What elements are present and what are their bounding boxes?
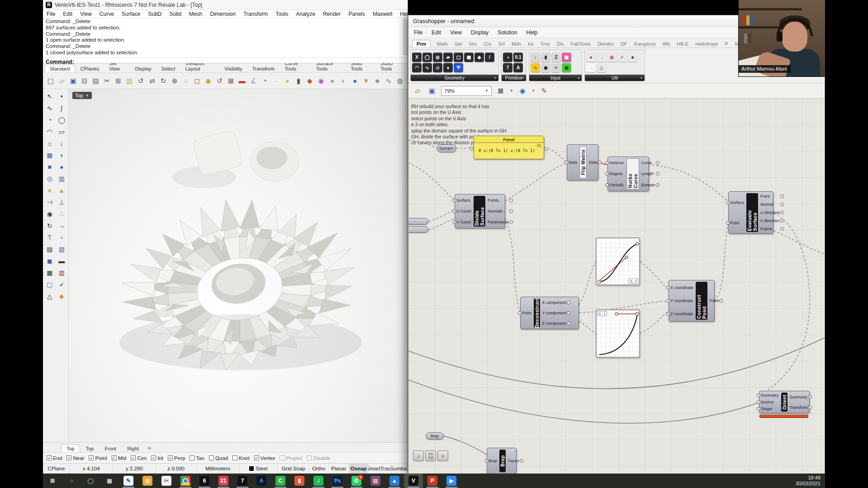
rendered-icon[interactable]: ●: [350, 76, 360, 86]
cut-icon[interactable]: ✂: [102, 76, 112, 86]
properties-icon[interactable]: ▤: [91, 76, 101, 86]
toggle-icon[interactable]: ▮: [541, 52, 550, 62]
viewport-tab-front-2[interactable]: Front: [100, 445, 122, 452]
gh-tab-fabtools[interactable]: FabTools: [569, 40, 592, 47]
osnap-mid[interactable]: ✓Mid: [112, 455, 127, 461]
checkbox-quad[interactable]: [209, 455, 214, 460]
save-icon[interactable]: ▣: [68, 76, 78, 86]
status-smarttrack[interactable]: SmartTrack: [368, 464, 392, 474]
onenote-icon[interactable]: ✎: [119, 474, 138, 488]
copy-icon[interactable]: ⊞: [113, 76, 123, 86]
node-deconstruct-brep[interactable]: Brep Brep Faces: [487, 448, 517, 474]
file-explorer-icon[interactable]: ▤: [138, 474, 157, 488]
range-widget[interactable]: 0.01.0: [425, 450, 436, 461]
viewport-label-chip[interactable]: Top ▼: [72, 92, 92, 99]
pan-icon[interactable]: ⇄: [147, 76, 157, 86]
select-icon[interactable]: ↖: [44, 90, 56, 102]
osnap-quad[interactable]: Quad: [209, 455, 228, 461]
gh-tab-kangaroo[interactable]: Kangaroo: [633, 40, 657, 47]
osnap-int[interactable]: ✓Int: [151, 455, 163, 461]
node-construct-point[interactable]: X coordinate Y coordinate Z coordinate C…: [669, 280, 715, 322]
block-edit-icon[interactable]: ▥: [56, 267, 68, 278]
gh-tab-df[interactable]: DF: [620, 40, 628, 47]
toolbar-tab-standard[interactable]: Standard: [45, 65, 75, 72]
new-file-icon[interactable]: ▢: [46, 76, 56, 86]
color-wheel-icon[interactable]: ◉: [316, 76, 326, 86]
galapagos-button[interactable]: ●: [437, 450, 448, 461]
osnap-knot[interactable]: Knot: [232, 455, 250, 461]
solid-cube-icon[interactable]: ◼: [44, 255, 56, 266]
gh-menu-help[interactable]: Help: [526, 29, 538, 36]
zoom-extents-button[interactable]: ⊠: [495, 85, 506, 96]
curve-param-icon[interactable]: ∿: [422, 63, 432, 72]
gh-menu-view[interactable]: View: [450, 29, 462, 36]
checkbox-vertex[interactable]: ✓: [254, 455, 259, 460]
zoom-select[interactable]: 79% ▼: [441, 86, 492, 96]
palette-more-icon[interactable]: +: [640, 76, 643, 81]
toolbar-tab-select[interactable]: Select: [157, 65, 180, 72]
move-points-icon[interactable]: ▫: [56, 232, 68, 243]
rhino-menu-edit[interactable]: Edit: [63, 11, 72, 17]
text-param-icon[interactable]: A: [513, 63, 523, 72]
calendar-icon[interactable]: 21: [214, 474, 233, 488]
import-widget-icon[interactable]: ↓: [531, 52, 540, 62]
gh-tab-trns[interactable]: Trns: [539, 40, 551, 47]
status-planar[interactable]: Planar: [328, 464, 349, 474]
gh-tab-dendro[interactable]: Dendro: [597, 40, 615, 47]
rhino-menu-subd[interactable]: SubD: [148, 11, 161, 17]
task-view-icon[interactable]: ▦: [100, 474, 119, 488]
boolean-param-icon[interactable]: ◑: [503, 52, 512, 62]
gh-tab-srf[interactable]: Srf: [498, 40, 506, 47]
arc-icon[interactable]: ◠: [44, 126, 56, 137]
options-icon[interactable]: ·: [271, 76, 281, 86]
rhino-menu-solid[interactable]: Solid: [169, 11, 181, 17]
osnap-near[interactable]: ✓Near: [66, 455, 84, 461]
toolbar-tab-visibility[interactable]: Visibility: [220, 65, 247, 72]
lock-icon[interactable]: ▮: [294, 76, 304, 86]
preview-eye-button[interactable]: ◉: [517, 85, 528, 96]
gh-tab-crv[interactable]: Crv: [483, 40, 493, 47]
curve-icon[interactable]: ∿: [44, 102, 56, 114]
rhino6-icon[interactable]: 6: [195, 474, 214, 488]
photoshop-icon[interactable]: Ps: [328, 474, 347, 488]
circle-icon[interactable]: ◔: [44, 114, 56, 125]
gh-tab-hb-e[interactable]: HB-E: [676, 40, 689, 47]
number-param-icon[interactable]: 0.1: [513, 52, 523, 62]
meet-camera-icon[interactable]: ▶: [442, 474, 461, 488]
flask-icon[interactable]: △: [597, 63, 606, 72]
checkbox-knot[interactable]: [232, 455, 237, 460]
blend-icon[interactable]: →: [56, 220, 68, 231]
osnap-perp[interactable]: ✓Perp: [168, 455, 185, 461]
viewport-tab-right-3[interactable]: Right: [122, 445, 144, 452]
palette-group-label[interactable]: Primitive+: [502, 75, 526, 81]
gh-tab-heliotrope[interactable]: Heliotrope: [694, 40, 719, 47]
search-icon[interactable]: ○: [62, 474, 81, 488]
start-button[interactable]: ⊞: [43, 474, 62, 488]
command-prompt[interactable]: Command:: [46, 57, 405, 65]
rhino-title-bar[interactable]: R VenloV6-IES-Test1 - Rhinoceros 7 Not F…: [43, 0, 408, 10]
node-graph-mapper-1[interactable]: 0 ; 1: [596, 237, 640, 285]
box-icon[interactable]: ■: [44, 161, 56, 172]
status-ortho[interactable]: Ortho: [309, 464, 328, 474]
rhino-menu-render[interactable]: Render: [323, 11, 341, 17]
powerpoint-icon[interactable]: P: [423, 474, 442, 488]
osnap-tan[interactable]: Tan: [190, 455, 204, 461]
plane-icon[interactable]: ▥: [56, 173, 68, 184]
rectangle-icon[interactable]: ▭: [56, 126, 68, 137]
snip-icon[interactable]: ✂: [157, 474, 176, 488]
rhino-menu-transform[interactable]: Transform: [243, 11, 268, 17]
rhino-menu-file[interactable]: File: [47, 11, 55, 17]
node-brep[interactable]: Brep: [426, 432, 444, 440]
toolbar-tab-cplanes[interactable]: CPlanes: [76, 65, 104, 72]
node-input-stub[interactable]: [408, 226, 428, 233]
point-cloud-icon[interactable]: ∴: [56, 208, 68, 219]
cherry-picker-icon[interactable]: ●: [586, 52, 596, 62]
export-button[interactable]: ↓: [413, 450, 424, 461]
circle-param-icon[interactable]: ◯: [422, 52, 432, 62]
plan-icon[interactable]: ▢: [44, 279, 56, 290]
viewport-top[interactable]: Top ▼: [69, 89, 408, 442]
new-viewport-tab-icon[interactable]: ✛: [145, 445, 154, 452]
sphere-icon[interactable]: ●: [56, 161, 68, 172]
rotate-view-icon[interactable]: ↻: [158, 76, 168, 86]
affinity-icon[interactable]: A: [252, 474, 271, 488]
